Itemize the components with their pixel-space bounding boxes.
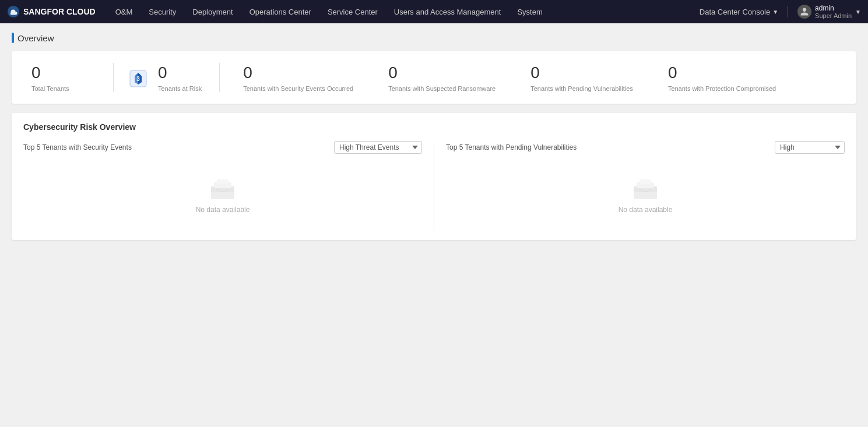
suspected-ransomware-value: 0 (388, 63, 398, 83)
security-events-no-data: No data available (23, 161, 422, 231)
nav-divider (788, 6, 788, 17)
tenants-at-risk-text: 0 Tenants at Risk (158, 63, 202, 92)
stat-tenants-at-risk: 3 0 Tenants at Risk (120, 63, 213, 92)
nav-right: Data Center Console ▼ admin Super Admin … (700, 4, 861, 19)
security-events-panel-label: Top 5 Tenants with Security Events (23, 143, 132, 151)
user-name: admin (815, 4, 852, 12)
tenants-at-risk-value: 0 (158, 63, 202, 83)
svg-text:3: 3 (136, 76, 140, 82)
nav-item-deployment[interactable]: Deployment (184, 0, 241, 23)
nav-item-system[interactable]: System (509, 0, 550, 23)
security-events-panel-header: Top 5 Tenants with Security Events High … (23, 141, 422, 154)
vulnerabilities-dropdown[interactable]: High Medium Low (775, 141, 845, 154)
user-text: admin Super Admin (815, 4, 852, 19)
pending-vulnerabilities-value: 0 (530, 63, 540, 83)
data-center-console[interactable]: Data Center Console ▼ (700, 8, 778, 16)
stat-security-events: 0 Tenants with Security Events Occurred (226, 63, 371, 92)
nav-items: O&M Security Deployment Operations Cente… (107, 0, 700, 23)
avatar (797, 5, 811, 19)
stat-divider-1 (113, 63, 114, 92)
security-events-dropdown[interactable]: High Threat Events Medium Threat Events … (334, 141, 422, 154)
brand-name: SANGFOR CLOUD (23, 7, 96, 16)
user-chevron-icon: ▼ (855, 9, 861, 15)
vulnerabilities-panel-header: Top 5 Tenants with Pending Vulnerabiliti… (446, 141, 845, 154)
risk-panel-divider (434, 141, 434, 231)
stat-total-tenants: 0 Total Tenants (26, 63, 107, 92)
breadcrumb-text: Overview (17, 33, 54, 43)
vulnerabilities-panel: Top 5 Tenants with Pending Vulnerabiliti… (446, 141, 845, 231)
user-info[interactable]: admin Super Admin ▼ (797, 4, 861, 19)
stat-suspected-ransomware: 0 Tenants with Suspected Ransomware (371, 63, 513, 92)
svg-rect-10 (639, 179, 651, 184)
vulnerabilities-no-data: No data available (446, 161, 845, 231)
no-data-icon-left (208, 178, 237, 201)
console-label: Data Center Console (700, 8, 770, 16)
vulnerabilities-panel-label: Top 5 Tenants with Pending Vulnerabiliti… (446, 143, 577, 151)
total-tenants-label: Total Tenants (31, 85, 69, 92)
navbar: SANGFOR CLOUD O&M Security Deployment Op… (0, 0, 868, 23)
security-events-label: Tenants with Security Events Occurred (243, 85, 353, 92)
tenants-at-risk-label: Tenants at Risk (158, 85, 202, 92)
brand-icon (7, 5, 20, 18)
stat-protection-compromised: 0 Tenants with Protection Compromised (651, 63, 793, 92)
no-data-icon-right (631, 178, 660, 201)
svg-rect-6 (217, 179, 229, 184)
risk-overview-card: Cybersecurity Risk Overview Top 5 Tenant… (12, 113, 856, 240)
protection-compromised-value: 0 (668, 63, 677, 83)
security-events-value: 0 (243, 63, 252, 83)
no-data-text-right: No data available (619, 206, 673, 214)
risk-panels: Top 5 Tenants with Security Events High … (23, 141, 845, 231)
chevron-down-icon: ▼ (772, 9, 778, 15)
total-tenants-value: 0 (31, 63, 41, 83)
stat-divider-2 (219, 63, 220, 92)
breadcrumb-bar (12, 33, 14, 43)
stats-card: 0 Total Tenants 3 0 Tenants at Risk 0 (12, 51, 856, 104)
nav-item-om[interactable]: O&M (107, 0, 141, 23)
stat-pending-vulnerabilities: 0 Tenants with Pending Vulnerabilities (513, 63, 651, 92)
nav-item-service-center[interactable]: Service Center (319, 0, 386, 23)
risk-card-title: Cybersecurity Risk Overview (23, 122, 845, 132)
nav-item-security[interactable]: Security (140, 0, 184, 23)
security-events-panel: Top 5 Tenants with Security Events High … (23, 141, 422, 231)
page-content: Overview 0 Total Tenants 3 0 Tenants at … (0, 23, 868, 249)
user-role: Super Admin (815, 12, 852, 19)
nav-item-users-access[interactable]: Users and Access Management (386, 0, 509, 23)
shield-icon: 3 (125, 65, 151, 90)
suspected-ransomware-label: Tenants with Suspected Ransomware (388, 85, 496, 92)
protection-compromised-label: Tenants with Protection Compromised (668, 85, 776, 92)
nav-item-operations-center[interactable]: Operations Center (241, 0, 319, 23)
pending-vulnerabilities-label: Tenants with Pending Vulnerabilities (530, 85, 633, 92)
brand: SANGFOR CLOUD (7, 5, 96, 18)
breadcrumb: Overview (12, 33, 856, 43)
no-data-text-left: No data available (196, 206, 250, 214)
